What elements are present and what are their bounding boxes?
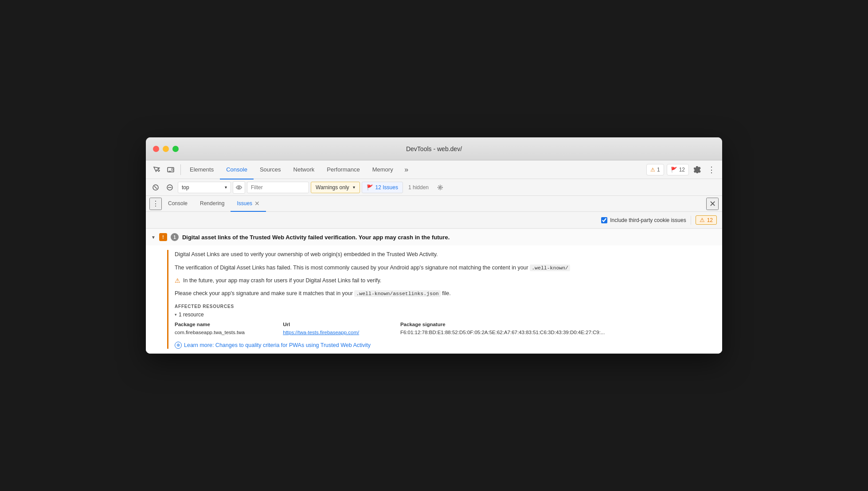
drawer-tabs: ⋮ Console Rendering Issues ✕ ✕ bbox=[146, 196, 722, 212]
tab-memory[interactable]: Memory bbox=[366, 161, 399, 179]
issue-content-bar: Digital Asset Links are used to verify y… bbox=[167, 250, 704, 349]
col-url: Url bbox=[283, 320, 400, 328]
settings-button[interactable] bbox=[690, 163, 704, 177]
learn-more-link[interactable]: Learn more: Changes to quality criteria … bbox=[184, 342, 371, 348]
hidden-count: 1 hidden bbox=[405, 184, 432, 191]
minimize-button[interactable] bbox=[163, 146, 169, 152]
inspect-element-button[interactable] bbox=[149, 163, 164, 177]
issue-body: Digital Asset Links are used to verify y… bbox=[146, 246, 722, 353]
issues-count: 12 Issues bbox=[375, 184, 398, 191]
code-assetlinks: .well-known/assetlinks.json bbox=[354, 290, 440, 297]
resource-table: Package name Url Package signature com.f… bbox=[175, 320, 704, 336]
more-tabs-button[interactable]: » bbox=[399, 163, 414, 177]
more-options-button[interactable]: ⋮ bbox=[704, 163, 719, 177]
issue-header[interactable]: ▼ ! 1 Digital asset links of the Trusted… bbox=[146, 229, 722, 246]
package-signature: F6:01:12:78:BD:E1:88:52:D5:0F:05:2A:5E:6… bbox=[400, 328, 704, 336]
warning-count: 1 bbox=[657, 167, 660, 173]
flag-icon: 🚩 bbox=[367, 184, 373, 191]
window-controls bbox=[153, 146, 179, 152]
affected-label: AFFECTED RESOURCES bbox=[175, 304, 704, 309]
chevron-down-icon: ▾ bbox=[353, 185, 355, 190]
warning-count-badge[interactable]: ⚠ 1 bbox=[646, 164, 664, 175]
tab-sources[interactable]: Sources bbox=[254, 161, 287, 179]
issues-header-bar: Include third-party cookie issues ⚠ 12 bbox=[146, 212, 722, 229]
warnings-label: Warnings only bbox=[316, 184, 349, 191]
window-title: DevTools - web.dev/ bbox=[406, 145, 462, 152]
info-count: 12 bbox=[679, 167, 685, 173]
issue-warning-line: ⚠ In the future, your app may crash for … bbox=[175, 277, 704, 285]
info-count-badge[interactable]: 🚩 12 bbox=[667, 164, 689, 175]
eye-button[interactable] bbox=[233, 181, 245, 194]
filter-input[interactable] bbox=[247, 182, 309, 193]
package-name: com.firebaseapp.twa_tests.twa bbox=[175, 328, 283, 336]
learn-more-section: ⊕ Learn more: Changes to quality criteri… bbox=[175, 342, 704, 349]
tab-console[interactable]: Console bbox=[220, 161, 254, 179]
learn-more-icon: ⊕ bbox=[175, 342, 182, 349]
issues-total-badge: ⚠ 12 bbox=[696, 215, 717, 225]
svg-point-8 bbox=[439, 187, 441, 188]
context-value: top bbox=[182, 184, 189, 191]
chevron-down-icon: ▾ bbox=[225, 185, 227, 190]
console-toolbar: top ▾ Warnings only ▾ 🚩 12 Issues 1 hidd… bbox=[146, 179, 722, 196]
code-wellknown: .well-known/ bbox=[530, 265, 570, 271]
clear-console-button[interactable] bbox=[149, 181, 162, 194]
issue-desc-1: Digital Asset Links are used to verify y… bbox=[175, 250, 704, 259]
console-settings-button[interactable] bbox=[434, 181, 446, 194]
warnings-dropdown[interactable]: Warnings only ▾ bbox=[311, 182, 360, 193]
issue-desc-2: The verification of Digital Asset Links … bbox=[175, 263, 704, 272]
resource-url[interactable]: https://twa-tests.firebaseapp.com/ bbox=[283, 328, 400, 336]
issue-count-badge: 1 bbox=[171, 233, 179, 241]
issue-item: ▼ ! 1 Digital asset links of the Trusted… bbox=[146, 229, 722, 354]
toolbar-separator bbox=[180, 164, 181, 175]
issues-panel: Include third-party cookie issues ⚠ 12 ▼… bbox=[146, 212, 722, 354]
expand-arrow-icon[interactable]: ▼ bbox=[151, 235, 156, 240]
include-third-party-checkbox[interactable] bbox=[601, 217, 607, 223]
resource-arrow-icon: ▾ bbox=[175, 312, 177, 317]
drawer-tab-rendering[interactable]: Rendering bbox=[194, 196, 231, 212]
main-toolbar: Elements Console Sources Network Perform… bbox=[146, 160, 722, 179]
tab-network[interactable]: Network bbox=[287, 161, 321, 179]
close-button[interactable] bbox=[153, 146, 159, 152]
col-signature: Package signature bbox=[400, 320, 704, 328]
close-drawer-button[interactable]: ✕ bbox=[706, 198, 719, 210]
affected-resources: AFFECTED RESOURCES ▾ 1 resource Package … bbox=[175, 304, 704, 336]
header-divider bbox=[691, 216, 691, 225]
issues-total-count: 12 bbox=[707, 217, 713, 223]
titlebar: DevTools - web.dev/ bbox=[146, 137, 722, 160]
include-third-party-label[interactable]: Include third-party cookie issues bbox=[601, 217, 686, 223]
info-icon: 🚩 bbox=[671, 167, 677, 173]
devtools-window: DevTools - web.dev/ Elements Console Sou… bbox=[146, 137, 722, 354]
maximize-button[interactable] bbox=[172, 146, 179, 152]
tab-elements[interactable]: Elements bbox=[184, 161, 220, 179]
warning-icon: ⚠ bbox=[650, 167, 655, 173]
svg-point-7 bbox=[238, 187, 240, 188]
table-row: com.firebaseapp.twa_tests.twa https://tw… bbox=[175, 328, 704, 336]
col-package: Package name bbox=[175, 320, 283, 328]
issues-badge[interactable]: 🚩 12 Issues bbox=[362, 182, 403, 193]
issue-check-text: Please check your app's signature and ma… bbox=[175, 289, 704, 298]
svg-line-4 bbox=[154, 186, 157, 189]
close-tab-icon[interactable]: ✕ bbox=[254, 200, 260, 207]
resource-toggle[interactable]: ▾ 1 resource bbox=[175, 312, 704, 318]
warning-triangle-icon: ⚠ bbox=[175, 277, 180, 284]
device-toggle-button[interactable] bbox=[164, 163, 178, 177]
issue-title: Digital asset links of the Trusted Web A… bbox=[182, 234, 450, 241]
svg-rect-2 bbox=[172, 168, 173, 171]
issue-warning-text: In the future, your app may crash for us… bbox=[183, 277, 381, 285]
issue-warning-icon: ! bbox=[159, 233, 167, 241]
warning-badge-icon: ⚠ bbox=[700, 217, 705, 223]
drawer-tab-issues[interactable]: Issues ✕ bbox=[231, 196, 266, 212]
svg-rect-1 bbox=[169, 171, 171, 172]
resource-count: 1 resource bbox=[179, 312, 204, 318]
drawer-menu-button[interactable]: ⋮ bbox=[149, 198, 162, 210]
no-log-button[interactable] bbox=[164, 181, 176, 194]
context-selector[interactable]: top ▾ bbox=[178, 182, 231, 193]
drawer-tab-console[interactable]: Console bbox=[162, 196, 194, 212]
tab-performance[interactable]: Performance bbox=[321, 161, 366, 179]
